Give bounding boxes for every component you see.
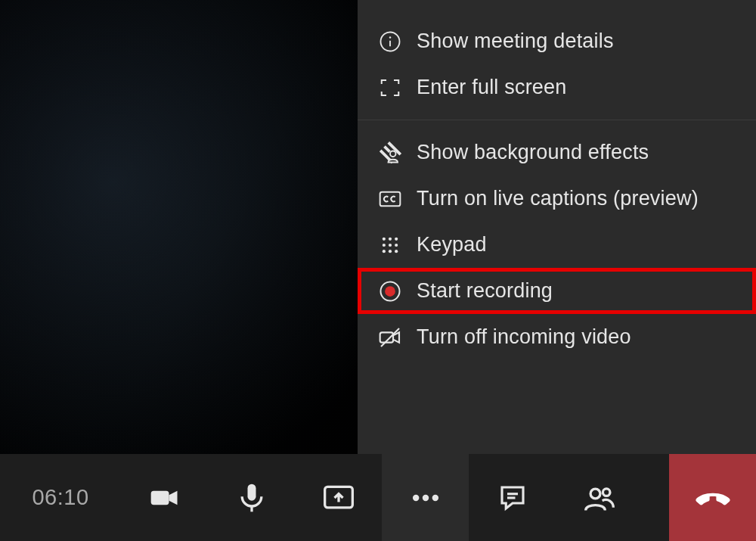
menu-item-enter-full-screen[interactable]: Enter full screen — [358, 64, 756, 110]
svg-rect-21 — [150, 490, 169, 504]
menu-item-label: Keypad — [417, 233, 487, 257]
svg-point-11 — [383, 243, 386, 246]
menu-item-turn-off-incoming-video[interactable]: Turn off incoming video — [358, 314, 756, 360]
mic-toggle-button[interactable] — [208, 454, 295, 541]
svg-point-16 — [395, 250, 398, 253]
share-screen-button[interactable] — [295, 454, 382, 541]
video-off-icon — [377, 325, 403, 350]
people-icon — [583, 481, 616, 515]
menu-item-label: Start recording — [417, 279, 553, 303]
camera-toggle-button[interactable] — [121, 454, 208, 541]
menu-item-show-background-effects[interactable]: Show background effects — [358, 129, 756, 176]
participants-button[interactable] — [556, 454, 643, 541]
menu-item-label: Show background effects — [417, 141, 649, 164]
meeting-toolbar: 06:10 — [0, 454, 756, 541]
svg-point-13 — [395, 243, 398, 246]
svg-point-9 — [389, 237, 392, 240]
hang-up-icon — [694, 479, 732, 517]
menu-item-start-recording[interactable]: Start recording — [358, 268, 756, 314]
svg-point-10 — [395, 237, 398, 240]
more-icon — [409, 481, 442, 515]
menu-item-label: Show meeting details — [417, 30, 614, 53]
full-screen-icon — [377, 75, 403, 101]
background-effects-icon — [377, 140, 403, 166]
svg-point-14 — [383, 250, 386, 253]
menu-item-label: Turn off incoming video — [417, 325, 631, 349]
chat-button[interactable] — [469, 454, 556, 541]
camera-icon — [148, 481, 181, 515]
menu-item-label: Enter full screen — [417, 76, 567, 99]
svg-point-27 — [432, 494, 438, 500]
svg-point-6 — [390, 151, 396, 157]
more-actions-menu: Show meeting details Enter full screen — [358, 0, 756, 459]
svg-point-18 — [385, 286, 395, 297]
svg-point-12 — [389, 243, 392, 246]
svg-line-20 — [381, 328, 399, 347]
svg-rect-7 — [380, 191, 401, 206]
svg-point-26 — [422, 494, 428, 500]
menu-item-turn-on-live-captions[interactable]: Turn on live captions (preview) — [358, 176, 756, 222]
svg-rect-22 — [247, 483, 256, 500]
keypad-icon — [377, 232, 403, 258]
mic-icon — [235, 481, 268, 515]
menu-item-show-meeting-details[interactable]: Show meeting details — [358, 18, 756, 64]
info-icon — [377, 29, 403, 54]
svg-rect-4 — [383, 145, 391, 153]
svg-point-8 — [383, 237, 386, 240]
more-actions-button[interactable] — [382, 454, 469, 541]
svg-point-15 — [389, 250, 392, 253]
svg-point-2 — [389, 36, 392, 39]
closed-captions-icon — [377, 186, 403, 212]
share-screen-icon — [322, 481, 355, 515]
call-duration: 06:10 — [0, 485, 121, 510]
menu-item-label: Turn on live captions (preview) — [417, 187, 699, 210]
menu-item-keypad[interactable]: Keypad — [358, 222, 756, 268]
chat-icon — [497, 482, 528, 514]
svg-point-25 — [412, 494, 418, 500]
menu-separator — [358, 120, 756, 120]
record-icon — [377, 278, 403, 304]
svg-point-30 — [590, 489, 600, 499]
svg-point-31 — [603, 488, 610, 496]
hang-up-button[interactable] — [669, 454, 756, 541]
